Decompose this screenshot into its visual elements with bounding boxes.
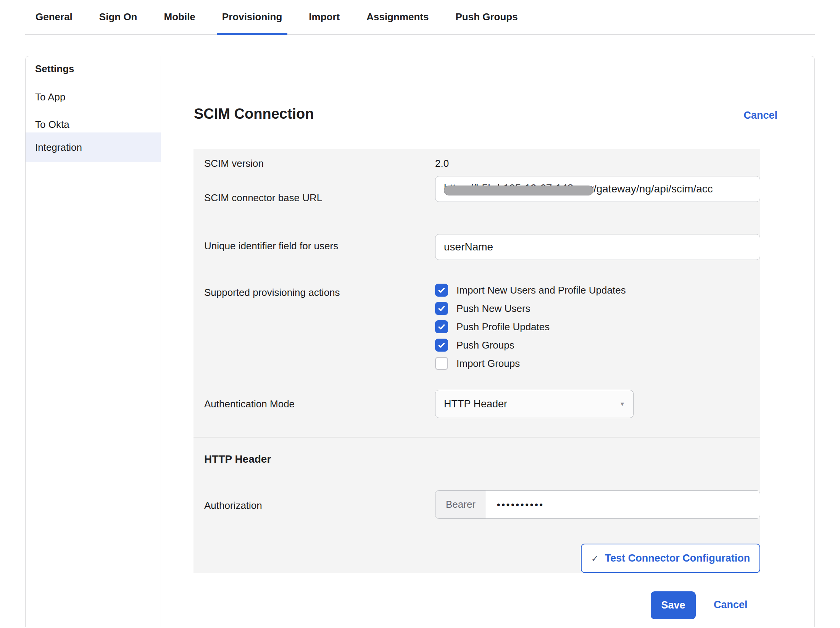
checkbox-label: Import Groups: [456, 358, 520, 370]
checkbox-push-groups[interactable]: Push Groups: [435, 339, 514, 352]
checkmark-icon: [437, 286, 446, 294]
check-icon: ✓: [591, 554, 599, 563]
test-button-label: Test Connector Configuration: [605, 552, 750, 564]
checkbox-icon: [435, 302, 448, 315]
save-button[interactable]: Save: [651, 591, 696, 619]
unique-id-value: userName: [444, 241, 493, 253]
app-tabbar: General Sign On Mobile Provisioning Impo…: [25, 0, 815, 35]
checkbox-label: Push Profile Updates: [456, 321, 550, 333]
checkbox-import-groups[interactable]: Import Groups: [435, 357, 520, 370]
sidebar-item-to-app[interactable]: To App: [26, 82, 161, 112]
checkmark-icon: [437, 341, 446, 349]
authorization-input-group: Bearer ••••••••••: [435, 490, 760, 519]
scim-connection-form: SCIM version 2.0 SCIM connector base URL…: [193, 149, 760, 573]
checkbox-label: Push Groups: [456, 339, 514, 351]
http-header-section-heading: HTTP Header: [204, 453, 271, 465]
tab-assignments[interactable]: Assignments: [366, 0, 429, 34]
checkbox-import-new-users[interactable]: Import New Users and Profile Updates: [435, 284, 626, 297]
provisioning-actions-label: Supported provisioning actions: [204, 287, 340, 299]
scim-version-value: 2.0: [435, 158, 449, 170]
checkbox-icon: [435, 357, 448, 370]
section-divider: [193, 437, 760, 438]
sidebar-heading: Settings: [35, 63, 74, 75]
unique-id-label: Unique identifier field for users: [204, 240, 338, 252]
base-url-input[interactable]: https://h5hd-195-19-67-148.ngrok.io /gat…: [435, 176, 760, 202]
checkbox-push-profile-updates[interactable]: Push Profile Updates: [435, 320, 550, 333]
redaction-bar: https://h5hd-195-19-67-148.ngrok.io: [444, 181, 593, 197]
tab-mobile[interactable]: Mobile: [164, 0, 195, 34]
bearer-prefix: Bearer: [435, 491, 486, 518]
scim-version-label: SCIM version: [204, 158, 264, 170]
checkbox-push-new-users[interactable]: Push New Users: [435, 302, 530, 315]
checkbox-label: Push New Users: [456, 303, 530, 315]
tab-import[interactable]: Import: [309, 0, 340, 34]
page-title: SCIM Connection: [194, 106, 314, 122]
tab-provisioning[interactable]: Provisioning: [222, 0, 282, 34]
authorization-token-input[interactable]: ••••••••••: [486, 491, 544, 518]
provisioning-settings-card: Settings To App To Okta Integration SCIM…: [25, 56, 815, 627]
auth-mode-select[interactable]: HTTP Header ▾: [435, 390, 634, 418]
checkbox-icon: [435, 320, 448, 333]
tab-sign-on[interactable]: Sign On: [99, 0, 137, 34]
sidebar-item-integration[interactable]: Integration: [26, 132, 161, 162]
cancel-link-top[interactable]: Cancel: [743, 110, 777, 121]
checkmark-icon: [437, 323, 446, 331]
auth-mode-label: Authentication Mode: [204, 398, 295, 410]
auth-mode-value: HTTP Header: [444, 398, 507, 410]
authorization-label: Authorization: [204, 500, 262, 512]
settings-sidebar: Settings To App To Okta Integration: [26, 56, 161, 627]
dropdown-caret-icon: ▾: [621, 400, 624, 408]
base-url-label: SCIM connector base URL: [204, 192, 322, 204]
checkmark-icon: [437, 304, 446, 313]
tab-general[interactable]: General: [35, 0, 73, 34]
base-url-visible-tail: /gateway/ng/api/scim/acc: [593, 183, 713, 195]
checkbox-icon: [435, 284, 448, 297]
cancel-link-bottom[interactable]: Cancel: [714, 599, 748, 611]
tab-push-groups[interactable]: Push Groups: [455, 0, 518, 34]
checkbox-label: Import New Users and Profile Updates: [456, 284, 626, 296]
test-connector-configuration-button[interactable]: ✓ Test Connector Configuration: [581, 544, 760, 573]
scim-connection-main: SCIM Connection Cancel SCIM version 2.0 …: [161, 56, 814, 627]
unique-id-input[interactable]: userName: [435, 234, 760, 260]
checkbox-icon: [435, 339, 448, 352]
